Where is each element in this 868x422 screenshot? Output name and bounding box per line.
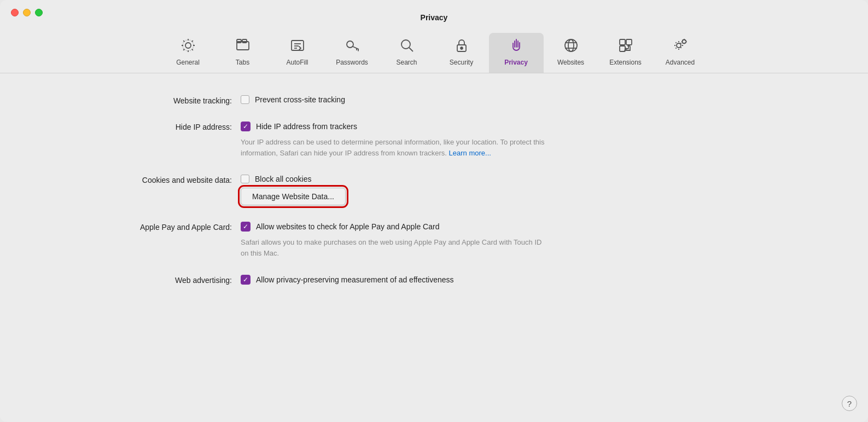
- tab-tabs-label: Tabs: [236, 59, 249, 66]
- tab-privacy[interactable]: Privacy: [489, 33, 544, 73]
- manage-website-data-button[interactable]: Manage Website Data...: [241, 188, 346, 205]
- svg-rect-22: [626, 39, 632, 45]
- web-advertising-control-row: ✓ Allow privacy-preserving measurement o…: [241, 275, 454, 285]
- svg-line-10: [353, 47, 359, 49]
- web-advertising-control: ✓ Allow privacy-preserving measurement o…: [241, 275, 454, 285]
- key-icon: [344, 37, 360, 56]
- web-advertising-row: Web advertising: ✓ Allow privacy-preserv…: [33, 275, 835, 285]
- apple-pay-checkbox[interactable]: ✓: [241, 222, 251, 232]
- tab-tabs[interactable]: Tabs: [215, 33, 270, 73]
- tab-extensions[interactable]: Extensions: [598, 33, 653, 73]
- hide-ip-control: ✓ Hide IP address from trackers Your IP …: [241, 122, 547, 158]
- block-cookies-text: Block all cookies: [255, 175, 312, 183]
- cookies-control: Block all cookies Manage Website Data...: [241, 175, 346, 205]
- lock-icon: [453, 37, 470, 56]
- tabs-icon: [235, 37, 251, 56]
- website-tracking-checkbox[interactable]: [241, 95, 249, 104]
- block-cookies-checkbox[interactable]: [241, 175, 249, 183]
- tab-autofill-label: AutoFill: [286, 59, 308, 66]
- cookies-label: Cookies and website data:: [33, 175, 241, 184]
- apple-pay-label: Apple Pay and Apple Card:: [33, 222, 241, 232]
- hand-icon: [508, 37, 525, 56]
- learn-more-link[interactable]: Learn more...: [449, 149, 491, 157]
- website-tracking-row: Website tracking: Prevent cross-site tra…: [33, 95, 835, 105]
- apple-pay-text: Allow websites to check for Apple Pay an…: [256, 222, 439, 231]
- maximize-button[interactable]: [35, 9, 43, 16]
- advanced-gear-icon: [672, 37, 689, 56]
- tab-general[interactable]: General: [161, 33, 215, 73]
- cookies-control-row: Block all cookies: [241, 175, 346, 183]
- tab-advanced[interactable]: Advanced: [653, 33, 708, 73]
- cookies-row: Cookies and website data: Block all cook…: [33, 175, 835, 205]
- settings-content: Website tracking: Prevent cross-site tra…: [0, 73, 868, 422]
- website-tracking-control: Prevent cross-site tracking: [241, 95, 345, 104]
- globe-icon: [563, 37, 579, 56]
- tab-privacy-label: Privacy: [504, 59, 528, 66]
- tab-websites[interactable]: Websites: [544, 33, 598, 73]
- svg-point-17: [565, 39, 577, 51]
- svg-point-18: [568, 39, 574, 51]
- website-tracking-control-row: Prevent cross-site tracking: [241, 95, 345, 104]
- minimize-button[interactable]: [23, 9, 31, 16]
- title-bar: Privacy: [0, 0, 868, 26]
- hide-ip-text: Hide IP address from trackers: [256, 122, 357, 131]
- svg-point-16: [461, 47, 463, 49]
- svg-point-24: [677, 43, 681, 48]
- svg-line-14: [409, 48, 413, 51]
- toolbar: General Tabs A: [0, 26, 868, 73]
- tab-passwords-label: Passwords: [336, 59, 368, 66]
- help-button[interactable]: ?: [842, 396, 857, 411]
- autofill-icon: [289, 37, 306, 56]
- apple-pay-row: Apple Pay and Apple Card: ✓ Allow websit…: [33, 222, 835, 258]
- website-tracking-label: Website tracking:: [33, 95, 241, 105]
- close-button[interactable]: [11, 9, 19, 16]
- tab-search-label: Search: [396, 59, 417, 66]
- hide-ip-description: Your IP address can be used to determine…: [241, 137, 547, 158]
- hide-ip-label: Hide IP address:: [33, 122, 241, 131]
- hide-ip-checkbox[interactable]: ✓: [241, 122, 251, 131]
- svg-rect-21: [620, 39, 625, 45]
- tab-autofill[interactable]: AutoFill: [270, 33, 325, 73]
- website-tracking-text: Prevent cross-site tracking: [255, 95, 345, 104]
- tab-security[interactable]: Security: [434, 33, 489, 73]
- web-advertising-checkbox[interactable]: ✓: [241, 275, 251, 285]
- tab-advanced-label: Advanced: [666, 59, 695, 66]
- tab-websites-label: Websites: [557, 59, 584, 66]
- svg-point-9: [347, 41, 353, 48]
- apple-pay-control: ✓ Allow websites to check for Apple Pay …: [241, 222, 547, 258]
- svg-rect-5: [292, 41, 304, 50]
- web-advertising-text: Allow privacy-preserving measurement of …: [256, 275, 454, 284]
- tab-security-label: Security: [450, 59, 473, 66]
- window-controls: [11, 9, 43, 16]
- puzzle-icon: [617, 37, 634, 56]
- apple-pay-control-row: ✓ Allow websites to check for Apple Pay …: [241, 222, 547, 232]
- tab-extensions-label: Extensions: [609, 59, 642, 66]
- svg-rect-4: [242, 39, 247, 43]
- svg-point-0: [185, 43, 191, 48]
- tab-passwords[interactable]: Passwords: [325, 33, 380, 73]
- window-title: Privacy: [421, 13, 448, 22]
- hide-ip-row: Hide IP address: ✓ Hide IP address from …: [33, 122, 835, 158]
- svg-rect-3: [237, 39, 241, 43]
- apple-pay-description: Safari allows you to make purchases on t…: [241, 237, 547, 258]
- tab-search[interactable]: Search: [380, 33, 434, 73]
- safari-preferences-window: Privacy General Tabs: [0, 0, 868, 422]
- svg-point-13: [401, 40, 410, 49]
- tab-general-label: General: [176, 59, 200, 66]
- hide-ip-control-row: ✓ Hide IP address from trackers: [241, 122, 547, 131]
- web-advertising-label: Web advertising:: [33, 275, 241, 285]
- gear-icon: [180, 37, 196, 56]
- search-icon: [399, 37, 415, 56]
